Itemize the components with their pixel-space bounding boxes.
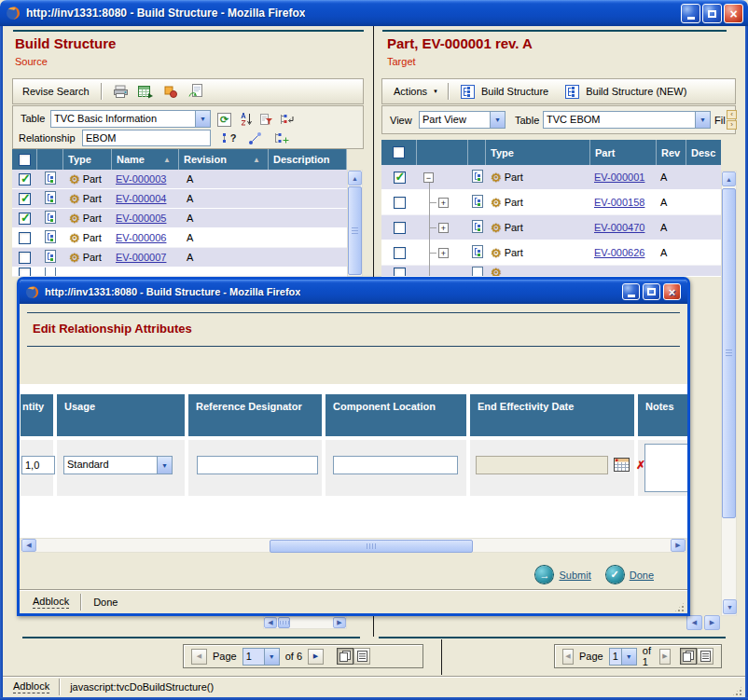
document-structure-icon[interactable] (45, 230, 56, 245)
document-structure-icon[interactable] (45, 250, 56, 265)
notes-textarea[interactable] (644, 444, 687, 492)
toolbar-scroll-right-icon[interactable]: › (727, 120, 737, 130)
calendar-icon[interactable] (614, 458, 630, 474)
filter-edit-icon[interactable] (257, 111, 275, 128)
usage-select[interactable]: Standard ▼ (63, 456, 173, 474)
column-type[interactable]: Type (486, 140, 590, 165)
submit-button[interactable]: Submit (559, 570, 590, 581)
document-structure-icon[interactable] (472, 195, 483, 210)
document-structure-icon[interactable] (472, 245, 483, 260)
part-link[interactable]: EV-000158 (594, 197, 644, 208)
row-checkbox[interactable] (19, 232, 31, 244)
row-checkbox[interactable] (19, 252, 31, 264)
revise-search-button[interactable]: Revise Search (22, 86, 90, 97)
row-checkbox[interactable] (394, 268, 406, 276)
scroll-left-button[interactable]: ◀ (264, 617, 277, 628)
toolbar-scroll-left-icon[interactable]: ‹ (727, 110, 737, 119)
part-link[interactable]: EV-000001 (594, 172, 644, 183)
part-link[interactable]: EV-000007 (116, 252, 166, 263)
scroll-up-button[interactable]: ▲ (348, 171, 362, 185)
scroll-right-button[interactable]: ▶ (704, 615, 720, 630)
scroll-right-button[interactable]: ▶ (671, 539, 686, 552)
column-description[interactable]: Description (269, 149, 347, 170)
scrollbar-thumb[interactable] (722, 188, 736, 518)
scroll-right-button[interactable]: ▶ (333, 617, 346, 628)
document-structure-icon[interactable] (45, 268, 56, 276)
chevron-down-icon[interactable]: ▼ (490, 112, 505, 128)
export-table-icon[interactable] (137, 83, 155, 100)
scrollbar-thumb[interactable] (348, 186, 362, 275)
document-structure-icon[interactable] (472, 170, 483, 185)
row-checkbox[interactable] (19, 173, 31, 185)
dialog-minimize-button[interactable] (622, 283, 640, 300)
part-link[interactable]: EV-000470 (594, 222, 644, 233)
page-select[interactable]: 1 ▼ (609, 648, 637, 666)
prev-page-button[interactable]: ◀ (191, 649, 207, 665)
chevron-down-icon[interactable]: ▼ (264, 649, 279, 665)
expand-icon[interactable]: + (438, 248, 449, 258)
done-icon[interactable]: ✓ (606, 566, 624, 583)
row-checkbox[interactable] (19, 268, 31, 276)
quantity-input[interactable] (21, 456, 55, 474)
expand-icon[interactable]: + (438, 223, 449, 233)
connect-icon[interactable] (246, 130, 264, 146)
submit-icon[interactable]: → (535, 566, 553, 583)
minimize-button[interactable] (681, 4, 700, 23)
relationship-input[interactable] (82, 130, 211, 146)
scroll-down-button[interactable]: ▼ (723, 599, 737, 614)
scrollbar-thumb[interactable] (278, 617, 290, 628)
refresh-icon[interactable]: ⟳ (215, 111, 233, 128)
reference-designator-input[interactable] (197, 456, 318, 474)
where-used-icon[interactable]: ? (220, 130, 238, 146)
row-checkbox[interactable] (19, 213, 31, 225)
build-structure-new-button[interactable]: Build Structure (NEW) (586, 86, 686, 97)
close-button[interactable]: × (724, 4, 743, 23)
scrollbar-thumb[interactable] (270, 540, 473, 553)
component-location-input[interactable] (333, 456, 458, 474)
dialog-close-button[interactable]: × (663, 283, 681, 300)
next-page-button[interactable]: ▶ (659, 649, 671, 665)
paged-view-button[interactable] (337, 648, 353, 665)
column-type[interactable]: Type (63, 149, 112, 170)
part-link[interactable]: EV-000004 (116, 193, 166, 204)
visuals-icon[interactable] (162, 83, 180, 100)
collapse-icon[interactable]: − (423, 172, 434, 183)
chevron-down-icon[interactable]: ▼ (695, 112, 710, 128)
column-part[interactable]: Part (590, 140, 657, 165)
chevron-down-icon[interactable]: ▼ (157, 457, 172, 474)
column-desc[interactable]: Desc (686, 140, 721, 165)
part-link[interactable]: EV-000005 (116, 213, 166, 224)
list-view-button[interactable] (697, 648, 713, 665)
expand-icon[interactable]: + (438, 198, 449, 208)
part-link[interactable]: EV-000003 (116, 173, 166, 185)
print-icon[interactable] (112, 83, 130, 100)
view-select[interactable]: Part View ▼ (419, 111, 506, 129)
row-checkbox[interactable] (394, 197, 406, 209)
resize-grip[interactable] (731, 685, 743, 697)
row-checkbox[interactable] (394, 247, 406, 259)
row-checkbox[interactable] (19, 193, 31, 205)
row-checkbox[interactable] (394, 172, 406, 184)
chevron-down-icon[interactable]: ▼ (195, 111, 210, 127)
build-structure-button[interactable]: Build Structure (481, 86, 548, 97)
transfer-structure-icon[interactable] (278, 111, 296, 128)
select-all-checkbox[interactable] (393, 146, 405, 158)
expand-structure-icon[interactable] (272, 130, 290, 146)
page-select[interactable]: 1 ▼ (242, 648, 280, 666)
prev-page-button[interactable]: ◀ (562, 649, 574, 665)
export-document-icon[interactable] (187, 83, 205, 100)
resize-grip[interactable] (673, 601, 686, 613)
select-all-checkbox[interactable] (19, 154, 31, 166)
scroll-left-button[interactable]: ◀ (21, 539, 36, 552)
document-structure-icon[interactable] (45, 211, 56, 226)
target-table-select[interactable]: TVC EBOM ▼ (543, 111, 711, 129)
chevron-down-icon[interactable]: ▼ (621, 649, 636, 665)
scroll-left-button[interactable]: ◀ (686, 615, 702, 630)
source-table-select[interactable]: TVC Basic Information ▼ (50, 110, 211, 128)
adblock-status[interactable]: Adblock (33, 596, 69, 609)
list-view-button[interactable] (353, 648, 370, 665)
part-link[interactable]: EV-000626 (594, 247, 644, 258)
document-structure-icon[interactable] (472, 267, 483, 277)
actions-menu[interactable]: Actions (394, 86, 427, 97)
next-page-button[interactable]: ▶ (308, 649, 324, 665)
